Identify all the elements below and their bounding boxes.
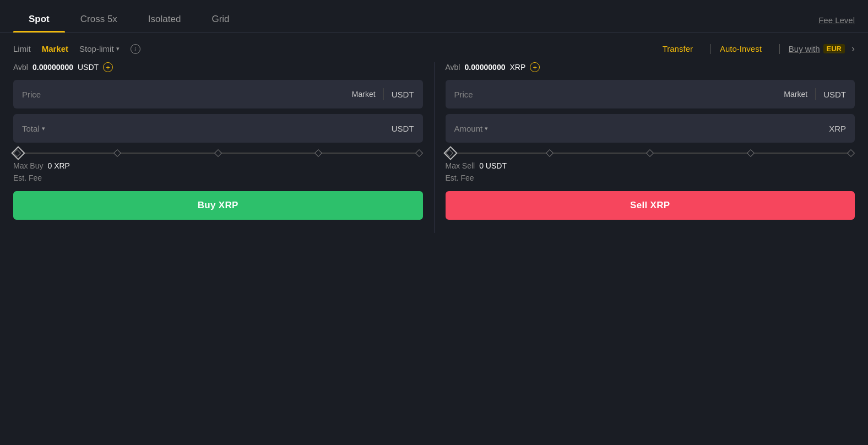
sell-tick-100 <box>847 149 855 157</box>
sell-max-sell-label: Max Sell <box>446 161 475 170</box>
sell-add-funds-icon[interactable]: + <box>530 62 540 72</box>
buy-avbl-row: Avbl 0.00000000 USDT + <box>13 62 423 72</box>
buy-price-right: Market USDT <box>352 88 414 100</box>
sell-amount-label: Amount ▾ <box>454 124 829 133</box>
buy-price-placeholder: Price <box>22 90 352 99</box>
sell-avbl-currency: XRP <box>509 63 525 72</box>
order-type-market[interactable]: Market <box>42 44 68 53</box>
sell-price-right: Market USDT <box>784 88 846 100</box>
buy-avbl-label: Avbl <box>13 63 28 72</box>
sell-max-sell-value: 0 USDT <box>479 161 507 170</box>
tab-spot[interactable]: Spot <box>13 14 65 32</box>
sell-slider-track <box>447 153 854 154</box>
transfer-link[interactable]: Transfer <box>663 44 702 53</box>
buy-total-label: Total ▾ <box>22 124 392 133</box>
buy-panel: Avbl 0.00000000 USDT + Price Market USDT… <box>13 62 434 233</box>
sell-price-placeholder: Price <box>454 90 784 99</box>
buy-total-input-group[interactable]: Total ▾ USDT <box>13 114 423 143</box>
tab-cross5x[interactable]: Cross 5x <box>65 14 133 32</box>
buy-tick-75 <box>314 149 322 157</box>
buy-avbl-value: 0.00000000 <box>32 63 73 72</box>
sell-amount-currency: XRP <box>829 124 846 133</box>
buy-tick-25 <box>113 149 121 157</box>
buy-slider[interactable] <box>13 153 423 154</box>
panels: Avbl 0.00000000 USDT + Price Market USDT… <box>0 62 868 233</box>
sell-avbl-value: 0.00000000 <box>464 63 505 72</box>
sell-price-currency: USDT <box>823 90 846 99</box>
sell-avbl-row: Avbl 0.00000000 XRP + <box>446 62 855 72</box>
buy-price-currency: USDT <box>392 90 414 99</box>
buy-xrp-button[interactable]: Buy XRP <box>13 191 423 220</box>
sell-max-sell-row: Max Sell 0 USDT <box>446 161 855 170</box>
sell-price-divider <box>815 88 816 100</box>
eur-badge: EUR <box>823 44 845 53</box>
tab-grid[interactable]: Grid <box>196 14 245 32</box>
sell-est-fee-row: Est. Fee <box>446 173 855 182</box>
sell-tick-25 <box>546 149 554 157</box>
sell-avbl-label: Avbl <box>446 63 460 72</box>
buy-price-market-tag: Market <box>352 90 376 99</box>
sell-slider-ticks <box>447 150 854 156</box>
sell-est-fee-label: Est. Fee <box>446 173 474 182</box>
buy-slider-ticks <box>14 150 422 156</box>
sell-slider[interactable] <box>446 153 855 154</box>
buy-tick-50 <box>214 149 222 157</box>
auto-invest-link[interactable]: Auto-Invest <box>720 44 771 53</box>
order-type-bar: Limit Market Stop-limit ▾ i Transfer Aut… <box>0 33 868 62</box>
order-type-limit[interactable]: Limit <box>13 44 31 53</box>
buy-total-currency: USDT <box>392 124 414 133</box>
sell-tick-75 <box>747 149 755 157</box>
stop-limit-chevron-icon: ▾ <box>116 45 120 52</box>
divider <box>710 44 711 54</box>
sell-panel: Avbl 0.00000000 XRP + Price Market USDT … <box>435 62 855 233</box>
buy-max-buy-label: Max Buy <box>13 161 43 170</box>
sell-tick-50 <box>646 149 654 157</box>
tab-isolated[interactable]: Isolated <box>133 14 197 32</box>
sell-slider-thumb[interactable] <box>443 146 457 160</box>
buy-max-buy-value: 0 XRP <box>47 161 69 170</box>
buy-est-fee-row: Est. Fee <box>13 173 423 182</box>
buy-max-buy-row: Max Buy 0 XRP <box>13 161 423 170</box>
buy-slider-thumb[interactable] <box>11 146 25 160</box>
buy-tick-100 <box>415 149 422 157</box>
tab-bar: Spot Cross 5x Isolated Grid Fee Level <box>0 0 868 33</box>
sell-amount-input-group[interactable]: Amount ▾ XRP <box>446 114 855 143</box>
action-links: Transfer Auto-Invest Buy with EUR › <box>663 43 855 55</box>
fee-level-link[interactable]: Fee Level <box>818 15 855 32</box>
info-icon[interactable]: i <box>131 44 140 54</box>
sell-xrp-button[interactable]: Sell XRP <box>446 191 855 220</box>
sell-amount-chevron-icon: ▾ <box>485 125 488 132</box>
sell-price-input-group: Price Market USDT <box>446 80 855 108</box>
buy-with-label: Buy with <box>789 44 820 53</box>
buy-with-chevron-icon: › <box>851 43 855 55</box>
divider2 <box>779 44 780 54</box>
sell-amount-right: XRP <box>829 124 846 133</box>
buy-price-divider <box>383 88 384 100</box>
buy-price-input-group: Price Market USDT <box>13 80 423 108</box>
buy-total-right: USDT <box>392 124 414 133</box>
buy-with-link[interactable]: Buy with EUR <box>789 44 849 53</box>
buy-add-funds-icon[interactable]: + <box>103 62 113 72</box>
buy-total-chevron-icon: ▾ <box>42 125 45 132</box>
buy-est-fee-label: Est. Fee <box>13 173 42 182</box>
buy-avbl-currency: USDT <box>78 63 99 72</box>
buy-slider-track <box>14 153 422 154</box>
sell-price-market-tag: Market <box>784 90 807 99</box>
order-type-stop-limit[interactable]: Stop-limit ▾ <box>79 44 120 53</box>
